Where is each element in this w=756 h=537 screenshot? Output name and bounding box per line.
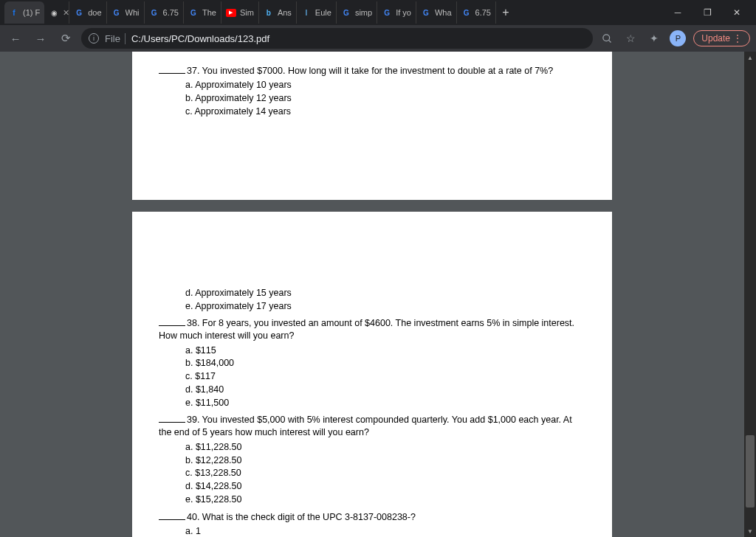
tab-title: Eule bbox=[315, 8, 331, 17]
option: a. 1 bbox=[185, 524, 590, 537]
tab[interactable]: GWha bbox=[416, 1, 457, 24]
tab[interactable]: GWhi bbox=[107, 1, 145, 24]
question-text: 37. You invested $7000. How long will it… bbox=[187, 66, 553, 76]
tab-strip: f (1) F ◉ ✕ Gdoe GWhi G6.75 GThe ▶Sim bA… bbox=[0, 0, 756, 25]
question-39: 39. You invested $5,000 with 5% interest… bbox=[159, 414, 590, 426]
q37-options-part1: a. Approximately 10 years b. Approximate… bbox=[185, 79, 590, 119]
profile-badge[interactable]: P bbox=[670, 30, 686, 46]
close-button[interactable]: ✕ bbox=[722, 1, 752, 24]
star-icon[interactable]: ☆ bbox=[622, 30, 639, 46]
forward-button[interactable]: → bbox=[31, 29, 50, 48]
tab-title: simp bbox=[355, 8, 372, 17]
toolbar-right: ☆ ✦ P Update⋮ bbox=[599, 30, 750, 46]
question-text: 40. What is the check digit of the UPC 3… bbox=[187, 512, 416, 522]
update-button[interactable]: Update⋮ bbox=[693, 30, 750, 46]
option: e. $15,228.50 bbox=[185, 493, 590, 507]
tab-title: doe bbox=[88, 8, 101, 17]
tab[interactable]: lEule bbox=[297, 1, 337, 24]
minimize-button[interactable]: ─ bbox=[663, 1, 693, 24]
window-controls: ─ ❐ ✕ bbox=[663, 1, 752, 24]
tab[interactable]: Gdoe bbox=[69, 1, 106, 24]
globe-icon: ◉ bbox=[49, 7, 59, 18]
page-container: 37. You invested $7000. How long will it… bbox=[132, 52, 612, 537]
q40-options: a. 1 bbox=[185, 524, 590, 537]
question-40: 40. What is the check digit of the UPC 3… bbox=[159, 511, 590, 524]
option: b. $184,000 bbox=[185, 357, 590, 370]
tab[interactable]: ▶Sim bbox=[221, 1, 259, 24]
q39-options: a. $11,228.50 b. $12,228.50 c. $13,228.5… bbox=[185, 440, 590, 506]
tab[interactable]: Gsimp bbox=[337, 1, 377, 24]
pdf-page-upper: 37. You invested $7000. How long will it… bbox=[132, 52, 612, 200]
more-icon: ⋮ bbox=[733, 33, 742, 44]
google-icon: G bbox=[149, 7, 159, 18]
google-icon: G bbox=[74, 7, 84, 18]
search-icon[interactable] bbox=[599, 30, 615, 46]
file-label: File bbox=[105, 33, 126, 44]
maximize-button[interactable]: ❐ bbox=[693, 1, 722, 24]
scrollbar[interactable]: ▲ ▼ bbox=[744, 52, 756, 537]
tab[interactable]: bAns bbox=[259, 1, 297, 24]
question-text: How much interest will you earn? bbox=[159, 330, 590, 342]
option: c. Approximately 14 years bbox=[185, 105, 590, 119]
facebook-icon: f bbox=[9, 7, 19, 18]
option: d. $14,228.50 bbox=[185, 480, 590, 493]
question-text: the end of 5 years how much interest wil… bbox=[159, 426, 590, 439]
google-icon: G bbox=[461, 7, 472, 18]
google-icon: G bbox=[341, 7, 351, 18]
scroll-up-button[interactable]: ▲ bbox=[744, 52, 756, 63]
tab[interactable]: G6.75 bbox=[145, 1, 184, 24]
new-tab-button[interactable]: + bbox=[496, 3, 515, 22]
google-icon: G bbox=[382, 7, 392, 18]
back-button[interactable]: ← bbox=[6, 29, 25, 48]
question-37: 37. You invested $7000. How long will it… bbox=[159, 65, 590, 77]
tab[interactable]: ◉ ✕ bbox=[44, 1, 69, 24]
tab-title: Sim bbox=[240, 8, 254, 17]
svg-point-0 bbox=[603, 34, 610, 41]
pdf-viewport: 37. You invested $7000. How long will it… bbox=[0, 52, 756, 537]
tab-title: If yo bbox=[396, 8, 411, 17]
question-38: 38. For 8 years, you invested an amount … bbox=[159, 317, 590, 330]
option: e. $11,500 bbox=[185, 397, 590, 410]
option: c. $117 bbox=[185, 370, 590, 384]
site-icon: l bbox=[301, 7, 312, 18]
option: e. Approximately 17 years bbox=[185, 299, 590, 313]
option: b. $12,228.50 bbox=[185, 454, 590, 467]
option: b. Approximately 12 years bbox=[185, 92, 590, 105]
option: a. Approximately 10 years bbox=[185, 79, 590, 92]
tab-title: Whi bbox=[126, 8, 140, 17]
tab-title: (1) F bbox=[23, 8, 40, 17]
info-icon[interactable]: i bbox=[89, 33, 99, 44]
tab[interactable]: GThe bbox=[184, 1, 221, 24]
reload-button[interactable]: ⟳ bbox=[56, 29, 75, 48]
q38-options: a. $115 b. $184,000 c. $117 d. $1,840 e.… bbox=[185, 344, 590, 409]
q37-options-part2: d. Approximately 15 years e. Approximate… bbox=[185, 287, 590, 313]
option: a. $115 bbox=[185, 344, 590, 357]
url-text: C:/Users/PC/Downloads/123.pdf bbox=[131, 33, 269, 44]
tab[interactable]: GIf yo bbox=[377, 1, 416, 24]
tab[interactable]: G6.75 bbox=[457, 1, 496, 24]
google-icon: G bbox=[421, 7, 431, 18]
tab-title: 6.75 bbox=[163, 8, 179, 17]
brainly-icon: b bbox=[264, 7, 274, 18]
option: a. $11,228.50 bbox=[185, 440, 590, 454]
tab-active[interactable]: f (1) F bbox=[4, 1, 44, 24]
scroll-thumb[interactable] bbox=[746, 435, 755, 507]
question-text: 39. You invested $5,000 with 5% interest… bbox=[187, 415, 572, 425]
scroll-down-button[interactable]: ▼ bbox=[744, 525, 756, 537]
address-bar[interactable]: i File C:/Users/PC/Downloads/123.pdf bbox=[81, 28, 593, 49]
pdf-page-lower: d. Approximately 15 years e. Approximate… bbox=[132, 212, 612, 538]
google-icon: G bbox=[188, 7, 199, 18]
tab-title: Ans bbox=[278, 8, 292, 17]
option: d. $1,840 bbox=[185, 384, 590, 397]
tab-title: Wha bbox=[435, 8, 452, 17]
extensions-icon[interactable]: ✦ bbox=[646, 30, 662, 46]
youtube-icon: ▶ bbox=[226, 9, 236, 17]
google-icon: G bbox=[111, 7, 122, 18]
tab-title: 6.75 bbox=[475, 8, 491, 17]
option: c. $13,228.50 bbox=[185, 467, 590, 480]
question-text: 38. For 8 years, you invested an amount … bbox=[187, 318, 574, 328]
toolbar: ← → ⟳ i File C:/Users/PC/Downloads/123.p… bbox=[0, 25, 756, 52]
update-label: Update bbox=[701, 33, 730, 44]
tab-title: The bbox=[202, 8, 216, 17]
svg-line-1 bbox=[608, 40, 611, 42]
